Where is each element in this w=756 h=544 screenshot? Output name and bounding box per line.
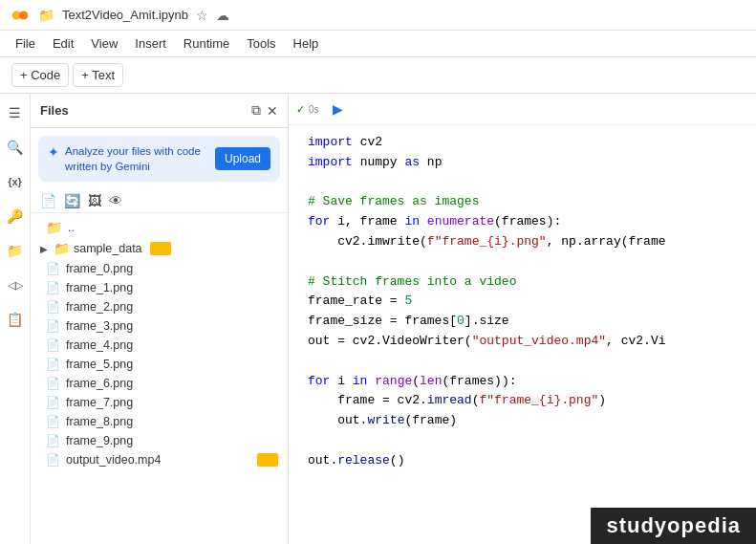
file-name: frame_0.png — [66, 262, 133, 275]
file-icon: 📄 — [46, 358, 60, 371]
menu-tools[interactable]: Tools — [239, 34, 283, 53]
star-icon[interactable]: ☆ — [196, 8, 208, 23]
code-content: import cv2 import numpy as np # Save fra… — [289, 125, 756, 479]
watermark-text: studyopedia — [606, 513, 741, 537]
gemini-banner-text: Analyze your files with code written by … — [65, 143, 209, 174]
list-item[interactable]: 📄 frame_3.png — [31, 316, 288, 336]
code-line: out.release() — [308, 451, 745, 471]
cloud-icon: ☁ — [216, 8, 229, 23]
title-bar: 📁 Text2Video_Amit.ipynb ☆ ☁ — [0, 0, 756, 31]
sample-data-folder-item[interactable]: ▶ 📁 sample_data — [31, 238, 288, 259]
file-name: frame_7.png — [66, 396, 133, 409]
code-line: import cv2 — [308, 133, 745, 153]
file-tree: 📁 .. ▶ 📁 sample_data 📄 frame_0.png 📄 fra… — [31, 213, 288, 544]
files-new-window-icon[interactable]: ⧉ — [251, 102, 261, 119]
menu-file[interactable]: File — [8, 34, 43, 53]
files-header: Files ⧉ ✕ — [31, 94, 288, 128]
code-line: cv2.imwrite(f"frame_{i}.png", np.array(f… — [308, 232, 745, 252]
toggle-hidden-icon[interactable]: 👁 — [109, 193, 122, 208]
file-icon: 📄 — [46, 281, 60, 294]
menu-view[interactable]: View — [83, 34, 125, 53]
file-name: frame_9.png — [66, 434, 133, 447]
code-line — [308, 352, 745, 372]
file-name: frame_5.png — [66, 358, 133, 371]
files-close-icon[interactable]: ✕ — [267, 103, 278, 119]
parent-folder-item[interactable]: 📁 .. — [31, 217, 288, 238]
add-code-button[interactable]: + Code — [11, 63, 69, 87]
file-name: frame_3.png — [66, 319, 133, 333]
file-icon: 📄 — [46, 415, 60, 428]
code-line: frame = cv2.imread(f"frame_{i}.png") — [308, 391, 745, 411]
list-item[interactable]: 📄 output_video.mp4 — [31, 450, 288, 469]
expand-icon: ▶ — [40, 244, 48, 254]
code-line — [308, 431, 745, 451]
menu-runtime[interactable]: Runtime — [176, 34, 237, 53]
code-line: frame_rate = 5 — [308, 292, 745, 312]
list-item[interactable]: 📄 frame_1.png — [31, 278, 288, 297]
sidebar-secrets-icon[interactable]: 🔑 — [4, 205, 27, 228]
gemini-banner: ✦ Analyze your files with code written b… — [38, 136, 280, 182]
sample-data-folder-icon: 📁 — [54, 241, 70, 256]
toolbar: + Code + Text — [0, 57, 756, 94]
refresh-icon[interactable]: 🔄 — [64, 193, 80, 208]
watermark: studyopedia — [591, 508, 756, 544]
cell-run-button[interactable]: ▶ — [327, 98, 350, 120]
file-icon: 📄 — [46, 377, 60, 390]
code-line: # Stitch frames into a video — [308, 272, 745, 293]
file-icon: 📄 — [46, 453, 60, 467]
sidebar-code-snippets-icon[interactable]: ◁▷ — [4, 273, 27, 296]
cell-checkmark: ✓ — [296, 103, 305, 116]
sidebar-variables-icon[interactable]: {x} — [4, 170, 27, 193]
cell-header: ✓ 0s ▶ — [289, 94, 756, 125]
main-layout: ☰ 🔍 {x} 🔑 📁 ◁▷ 📋 Files ⧉ ✕ ✦ Analyze you… — [0, 94, 756, 544]
sidebar-files-icon[interactable]: 📁 — [4, 239, 27, 262]
file-icon: 📄 — [46, 434, 60, 447]
list-item[interactable]: 📄 frame_7.png — [31, 393, 288, 412]
file-name: frame_8.png — [66, 415, 133, 428]
file-icon: 📄 — [46, 396, 60, 409]
list-item[interactable]: 📄 frame_9.png — [31, 431, 288, 450]
code-line: out = cv2.VideoWriter("output_video.mp4"… — [308, 332, 745, 352]
list-item[interactable]: 📄 frame_8.png — [31, 412, 288, 431]
code-line — [308, 252, 745, 272]
file-icon: 📄 — [46, 319, 60, 333]
file-icon: 📄 — [46, 300, 60, 314]
file-name: output_video.mp4 — [66, 453, 161, 467]
files-header-actions: ⧉ ✕ — [251, 102, 278, 119]
sidebar-menu-icon[interactable]: ☰ — [4, 101, 27, 124]
list-item[interactable]: 📄 frame_6.png — [31, 374, 288, 393]
sample-data-badge — [150, 242, 171, 255]
upload-file-icon[interactable]: 🖼 — [88, 193, 101, 208]
gemini-upload-button[interactable]: Upload — [215, 147, 270, 170]
code-panel: ✓ 0s ▶ import cv2 import numpy as np # S… — [289, 94, 756, 544]
notebook-filename[interactable]: Text2Video_Amit.ipynb — [62, 8, 188, 22]
code-line: # Save frames as images — [308, 192, 745, 212]
files-title: Files — [40, 103, 69, 118]
new-file-icon[interactable]: 📄 — [40, 193, 56, 208]
sidebar-icons: ☰ 🔍 {x} 🔑 📁 ◁▷ 📋 — [0, 94, 31, 544]
code-line: out.write(frame) — [308, 411, 745, 431]
code-line: frame_size = frames[0].size — [308, 312, 745, 332]
list-item[interactable]: 📄 frame_2.png — [31, 297, 288, 316]
add-text-button[interactable]: + Text — [73, 63, 123, 87]
code-cell: ✓ 0s ▶ import cv2 import numpy as np # S… — [289, 94, 756, 544]
menu-edit[interactable]: Edit — [45, 34, 81, 53]
file-name: frame_6.png — [66, 377, 133, 390]
sidebar-search-icon[interactable]: 🔍 — [4, 136, 27, 159]
file-icon: 📄 — [46, 338, 60, 352]
file-toolbar: 📄 🔄 🖼 👁 — [31, 189, 288, 213]
file-name: frame_2.png — [66, 300, 133, 314]
menu-help[interactable]: Help — [286, 34, 327, 53]
list-item[interactable]: 📄 frame_5.png — [31, 355, 288, 374]
menu-insert[interactable]: Insert — [127, 34, 174, 53]
file-name: frame_4.png — [66, 338, 133, 352]
code-line — [308, 173, 745, 193]
sidebar-terminal-icon[interactable]: 📋 — [4, 308, 27, 331]
code-line: import numpy as np — [308, 153, 745, 173]
files-panel: Files ⧉ ✕ ✦ Analyze your files with code… — [31, 94, 289, 544]
output-video-badge — [257, 453, 278, 467]
list-item[interactable]: 📄 frame_0.png — [31, 259, 288, 278]
colab-logo — [10, 5, 31, 26]
list-item[interactable]: 📄 frame_4.png — [31, 336, 288, 355]
folder-icon: 📁 — [46, 220, 62, 235]
